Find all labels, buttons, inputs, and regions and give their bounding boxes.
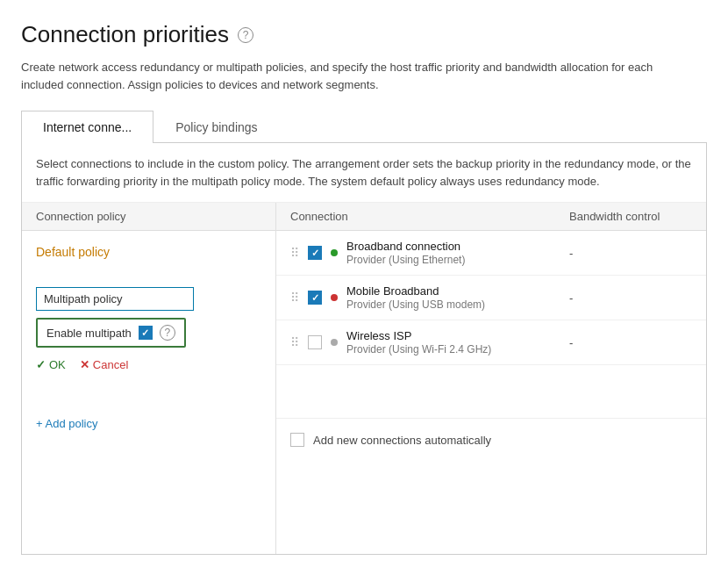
- enable-multipath-label: Enable multipath: [46, 327, 132, 340]
- connection-name-mobile: Mobile Broadband: [346, 284, 560, 298]
- connection-item-wireless: ⠿ Wireless ISP Provider (Using Wi-Fi 2.4…: [276, 320, 706, 365]
- page-header: Connection priorities ?: [21, 21, 707, 48]
- connection-info-wireless: Wireless ISP Provider (Using Wi-Fi 2.4 G…: [346, 329, 560, 356]
- bandwidth-broadband: -: [569, 247, 692, 260]
- tab-policy-bindings[interactable]: Policy bindings: [153, 111, 279, 143]
- connection-info-mobile: Mobile Broadband Provider (Using USB mod…: [346, 284, 560, 311]
- add-policy-link[interactable]: + Add policy: [36, 417, 261, 430]
- tab-description: Select connections to include in the cus…: [22, 143, 706, 203]
- connection-provider-broadband: Provider (Using Ethernet): [346, 254, 560, 266]
- right-panel-header: Connection Bandwidth control: [276, 203, 706, 231]
- cancel-x: ✕: [80, 358, 89, 371]
- ok-cancel-row: ✓ OK ✕ Cancel: [36, 358, 261, 371]
- page-title: Connection priorities: [21, 21, 229, 48]
- add-connections-label: Add new connections automatically: [313, 434, 491, 447]
- status-dot-mobile: [331, 294, 338, 301]
- col-bandwidth-header: Bandwidth control: [569, 210, 692, 223]
- page-description: Create network access redundancy or mult…: [21, 59, 688, 93]
- connection-info-broadband: Broadband connection Provider (Using Eth…: [346, 240, 560, 266]
- connection-item-broadband: ⠿ Broadband connection Provider (Using E…: [276, 231, 706, 276]
- enable-multipath-row: Enable multipath ?: [36, 318, 186, 348]
- connection-item-mobile: ⠿ Mobile Broadband Provider (Using USB m…: [276, 276, 706, 320]
- default-policy-label: Default policy: [36, 245, 261, 259]
- add-connections-row: Add new connections automatically: [276, 418, 706, 461]
- policy-name-input[interactable]: [36, 287, 194, 311]
- add-connections-checkbox[interactable]: [290, 433, 304, 447]
- tab-description-text: Select connections to include in the cus…: [36, 157, 691, 188]
- status-dot-broadband: [331, 249, 338, 256]
- drag-handle-mobile[interactable]: ⠿: [290, 291, 299, 305]
- help-icon[interactable]: ?: [238, 27, 253, 43]
- enable-multipath-help-icon[interactable]: ?: [160, 325, 175, 341]
- tab-content: Select connections to include in the cus…: [21, 143, 707, 555]
- col-policy-header: Connection policy: [36, 210, 126, 223]
- connection-provider-mobile: Provider (Using USB modem): [346, 298, 560, 311]
- connection-name-broadband: Broadband connection: [346, 240, 560, 253]
- drag-handle-broadband[interactable]: ⠿: [290, 246, 299, 260]
- connection-name-wireless: Wireless ISP: [346, 329, 560, 342]
- tabs-container: Internet conne... Policy bindings: [21, 111, 707, 143]
- default-policy-connections: ⠿ Broadband connection Provider (Using E…: [276, 231, 706, 365]
- cancel-button[interactable]: ✕ Cancel: [80, 358, 128, 371]
- tab-internet-connections[interactable]: Internet conne...: [21, 111, 153, 143]
- cancel-label: Cancel: [93, 358, 128, 371]
- connection-provider-wireless: Provider (Using Wi-Fi 2.4 GHz): [346, 343, 560, 356]
- checkbox-mobile[interactable]: [308, 291, 322, 305]
- default-policy-cell: Default policy: [22, 231, 276, 273]
- ok-label: OK: [49, 358, 66, 371]
- left-panel: Connection policy Default policy Enable …: [22, 203, 276, 554]
- col-connection-header: Connection: [290, 210, 569, 223]
- ok-button[interactable]: ✓ OK: [36, 358, 66, 371]
- status-dot-wireless: [331, 339, 338, 346]
- checkbox-broadband[interactable]: [308, 246, 322, 260]
- bandwidth-wireless: -: [569, 336, 692, 349]
- enable-multipath-checkbox[interactable]: [139, 326, 153, 340]
- bandwidth-mobile: -: [569, 291, 692, 305]
- add-policy-container: + Add policy: [22, 403, 275, 444]
- right-panel: Connection Bandwidth control ⠿ Broadband…: [276, 203, 706, 554]
- ok-checkmark: ✓: [36, 358, 46, 371]
- table-area: Connection policy Default policy Enable …: [22, 203, 706, 554]
- drag-handle-wireless[interactable]: ⠿: [290, 335, 299, 349]
- multipath-policy-cell: Enable multipath ? ✓ OK ✕ Cancel: [22, 273, 276, 385]
- checkbox-wireless[interactable]: [308, 335, 322, 349]
- left-panel-header: Connection policy: [22, 203, 275, 231]
